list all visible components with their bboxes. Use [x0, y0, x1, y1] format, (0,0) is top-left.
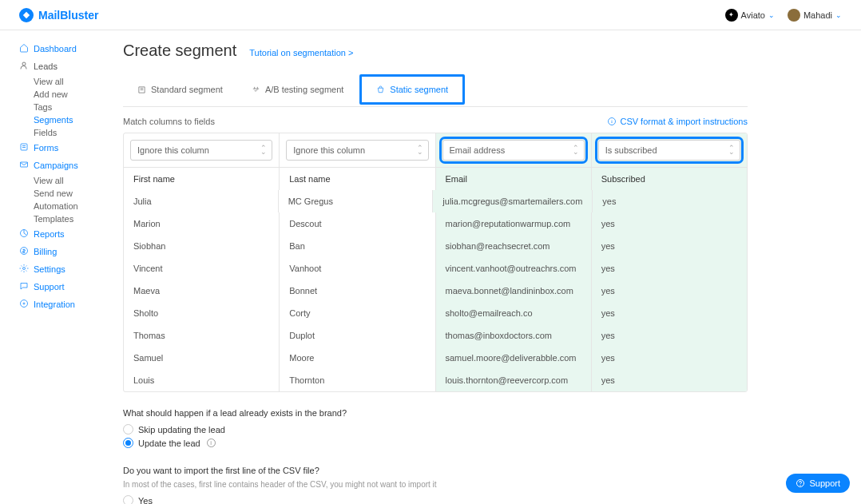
sidebar-subitem-view-all[interactable]: View all [34, 75, 112, 88]
plug-icon [19, 299, 29, 310]
svg-point-9 [800, 485, 801, 486]
radio-icon [123, 424, 133, 435]
sidebar-subitem-automation[interactable]: Automation [34, 200, 112, 212]
sidebar-subitem-send-new[interactable]: Send new [34, 187, 112, 200]
sidebar-subitem-segments[interactable]: Segments [34, 113, 112, 126]
tab-static-segment[interactable]: Static segment [362, 77, 462, 102]
table-row: SamuelMooresamuel.moore@deliverabble.com… [124, 347, 747, 369]
sidebar-item-leads[interactable]: Leads [19, 58, 112, 75]
table-header-cell: Last name [280, 168, 435, 190]
info-icon[interactable]: i [207, 439, 216, 447]
brand-logo[interactable]: MailBluster [19, 8, 98, 22]
table-row: VincentVanhootvincent.vanhoot@outreachrs… [124, 257, 747, 280]
table-cell: yes [592, 324, 747, 347]
table-cell: MC Gregus [279, 190, 434, 212]
table-cell: Corty [280, 302, 435, 324]
table-row: SholtoCortysholto@emailreach.coyes [124, 302, 747, 324]
table-cell: Vanhoot [280, 257, 435, 280]
column-mapping-select-0[interactable]: Ignore this column⌃⌄ [130, 140, 272, 161]
tab-standard-segment[interactable]: Standard segment [123, 73, 237, 106]
org-icon: ✦ [725, 9, 738, 22]
tab-icon [137, 85, 146, 94]
mail-icon [19, 160, 29, 171]
svg-point-0 [22, 62, 26, 65]
table-cell: yes [592, 369, 747, 391]
form-icon [19, 142, 29, 153]
sidebar-subitem-fields[interactable]: Fields [34, 126, 112, 139]
support-fab[interactable]: Support [786, 474, 850, 493]
topbar-right: ✦ Aviato ⌄ Mahadi ⌄ [725, 9, 842, 22]
table-cell: Julia [124, 190, 279, 212]
sidebar-item-settings[interactable]: Settings [19, 260, 112, 278]
table-cell: maeva.bonnet@landininbox.com [436, 280, 592, 302]
table-cell: siobhan@reachsecret.com [436, 235, 592, 257]
radio-icon [123, 438, 133, 448]
column-mapping-select-2[interactable]: Email address⌃⌄ [442, 140, 585, 161]
org-name: Aviato [741, 10, 765, 20]
user-icon [19, 61, 29, 72]
table-cell: julia.mcgregus@smartemailers.com [433, 190, 593, 212]
question-first-line: Do you want to import the first line of … [123, 466, 748, 504]
sidebar-item-forms[interactable]: Forms [19, 139, 112, 157]
table-cell: Maeva [124, 280, 280, 302]
column-mapping-select-1[interactable]: Ignore this column⌃⌄ [286, 140, 428, 161]
table-cell: Louis [124, 369, 280, 391]
user-name: Mahadi [803, 10, 832, 20]
table-row: ThomasDuplotthomas@inboxdoctors.comyes [124, 324, 747, 347]
question-existing-lead: What should happen if a lead already exi… [123, 408, 748, 450]
sidebar-subitem-view-all[interactable]: View all [34, 174, 112, 187]
radio-icon [123, 495, 133, 504]
table-cell: Duplot [280, 324, 435, 347]
table-cell: sholto@emailreach.co [436, 302, 592, 324]
tab-icon [252, 85, 260, 94]
topbar: MailBluster ✦ Aviato ⌄ Mahadi ⌄ [0, 0, 861, 30]
sidebar-item-billing[interactable]: Billing [19, 243, 112, 260]
table-cell: yes [593, 190, 747, 212]
svg-rect-2 [21, 162, 28, 167]
sidebar-item-reports[interactable]: Reports [19, 225, 112, 243]
chart-icon [19, 228, 29, 240]
avatar [788, 9, 800, 22]
table-cell: Sholto [124, 302, 280, 324]
chat-icon [19, 281, 29, 292]
sidebar-item-dashboard[interactable]: Dashboard [19, 40, 112, 58]
sidebar-item-integration[interactable]: Integration [19, 296, 112, 313]
sidebar-subitem-tags[interactable]: Tags [34, 101, 112, 113]
match-columns-label: Match columns to fields [123, 117, 215, 126]
sidebar-subitem-add-new[interactable]: Add new [34, 88, 112, 101]
table-cell: Vincent [124, 257, 280, 280]
csv-instructions-link[interactable]: CSV format & import instructions [607, 117, 748, 126]
sidebar-subitem-templates[interactable]: Templates [34, 212, 112, 225]
radio-update-lead[interactable]: Update the lead i [123, 436, 748, 450]
tutorial-link[interactable]: Tutorial on segmentation > [249, 48, 353, 58]
table-cell: Siobhan [124, 235, 280, 257]
tab-icon [376, 85, 385, 94]
table-cell: yes [592, 347, 747, 369]
table-header-cell: Subscribed [592, 168, 747, 190]
table-cell: marion@reputationwarmup.com [436, 212, 592, 235]
select-arrows-icon: ⌃⌄ [573, 146, 579, 154]
sidebar-item-support[interactable]: Support [19, 278, 112, 296]
segment-type-tabs: Standard segmentA/B testing segmentStati… [123, 73, 748, 107]
table-row: JuliaMC Gregusjulia.mcgregus@smartemaile… [124, 190, 747, 212]
table-cell: yes [592, 257, 747, 280]
user-menu[interactable]: Mahadi ⌄ [788, 9, 842, 22]
radio-skip-lead[interactable]: Skip updating the lead [123, 423, 748, 436]
table-cell: Samuel [124, 347, 280, 369]
chevron-down-icon: ⌄ [835, 11, 842, 19]
sidebar-item-campaigns[interactable]: Campaigns [19, 157, 112, 174]
table-cell: yes [592, 212, 747, 235]
table-cell: yes [592, 302, 747, 324]
table-cell: thomas@inboxdoctors.com [436, 324, 592, 347]
column-mapping-select-3[interactable]: Is subscribed⌃⌄ [598, 140, 740, 161]
org-switcher[interactable]: ✦ Aviato ⌄ [725, 9, 775, 22]
table-cell: Thomas [124, 324, 280, 347]
table-cell: Ban [280, 235, 435, 257]
table-header-cell: First name [124, 168, 280, 190]
brand-icon [19, 8, 34, 22]
table-cell: Marion [124, 212, 280, 235]
chevron-down-icon: ⌄ [768, 11, 775, 19]
table-cell: yes [592, 235, 747, 257]
radio-import-first-line-yes[interactable]: Yes [123, 494, 748, 504]
tab-a/b-testing-segment[interactable]: A/B testing segment [237, 73, 358, 106]
